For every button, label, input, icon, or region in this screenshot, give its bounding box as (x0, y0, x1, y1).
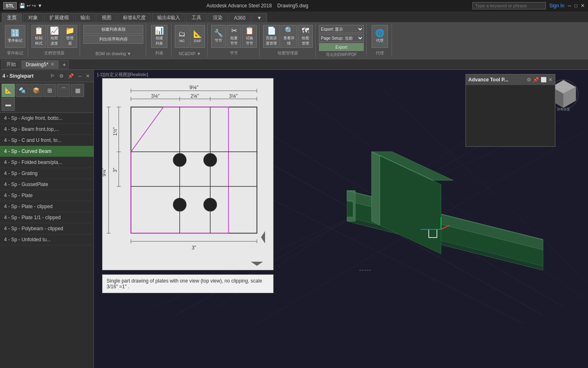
docmgr-group-label: 文档管理器 (44, 50, 65, 56)
page-setup-btn[interactable]: 📄 页面设置管理 (263, 25, 280, 48)
doc-styles-btn[interactable]: 📋 绘制样式 (31, 25, 46, 48)
tab-start[interactable]: 开始 (2, 60, 20, 69)
panel-flag-icon: 🏳 (49, 73, 56, 79)
svg-point-20 (173, 153, 186, 166)
atp-content (466, 85, 555, 146)
list-item-curved-beam[interactable]: 4 - Sp - Curved Beam (0, 146, 94, 157)
window-minimize[interactable]: ─ (568, 3, 571, 9)
doc-progress-icon: 📈 (50, 27, 59, 34)
list-item-beam[interactable]: 4 - Sp - Beam front,top,... (0, 124, 94, 135)
ribbon: 主页 对象 扩展建模 输出 视图 标签&尺度 输出&输入 工具 渲染 A360 … (0, 11, 588, 59)
create-list-btn[interactable]: 创建列表表段 (83, 25, 143, 34)
export-btn[interactable]: Export (319, 43, 364, 51)
maint-btn2[interactable]: ✂ 批量节节 (227, 25, 241, 48)
tab-tools[interactable]: 工具 (186, 13, 207, 22)
list-item-polybeam[interactable]: 4 - Sp - Polybeam - clipped (0, 223, 94, 234)
svg-text:3": 3" (192, 245, 196, 251)
doc-styles-label: 绘制样式 (35, 36, 42, 46)
createlist-label: 创建列表 (156, 36, 163, 46)
tab-drawing5[interactable]: Drawing5* ✕ (21, 60, 59, 69)
svg-text:9¼": 9¼" (102, 168, 107, 177)
tab-labels[interactable]: 标签&尺度 (118, 13, 151, 22)
search-input[interactable] (472, 2, 546, 9)
doc-progress-btn[interactable]: 📈 绘图进度 (47, 25, 62, 48)
parts-icon: 🔢 (11, 29, 20, 37)
panel-minimize-icon[interactable]: ─ (77, 73, 83, 79)
doc-mgr-label: 管理器 (66, 36, 74, 46)
preview-desc-text: Single part drawing of plates with one v… (107, 278, 262, 289)
window-close[interactable]: ✕ (581, 3, 585, 9)
sort-list-btn[interactable]: 列出排序和内容 (83, 35, 143, 44)
export-group-label: 导出到DWF/PDF (326, 52, 357, 58)
icon-assembly[interactable]: 🔩 (16, 84, 29, 97)
list-item-gusset[interactable]: 4 - Sp - GussetPlate (0, 179, 94, 190)
panel-close-icon[interactable]: ✕ (85, 73, 91, 79)
list-item-plate-11[interactable]: 4 - Sp - Plate 1/1 - clipped (0, 212, 94, 223)
list-item-plate-clipped[interactable]: 4 - Sp - Plate - clipped (0, 201, 94, 212)
atp-gear-icon[interactable]: ⚙ (527, 77, 531, 83)
create-list-large-btn[interactable]: 📊 创建列表 (151, 25, 167, 48)
icon-singlepart[interactable]: 📐 (2, 84, 15, 97)
icon-grating[interactable]: ▦ (71, 84, 84, 97)
svg-point-21 (204, 153, 217, 166)
list-item-unfolded[interactable]: 4 - Sp - Unfolded tu... (0, 234, 94, 245)
quick-access-toolbar: 💾 ↩ ↪ ▼ (19, 3, 42, 9)
tab-extend[interactable]: 扩展建模 (44, 13, 74, 22)
ribbon-tabs: 主页 对象 扩展建模 输出 视图 标签&尺度 输出&输入 工具 渲染 A360 … (0, 11, 588, 22)
icon-plate[interactable]: ▬ (2, 98, 15, 111)
tab-view[interactable]: 视图 (96, 13, 117, 22)
main-wrapper: 4 - Singlepart 🏳 ⚙ 📌 ─ ✕ 📐 🔩 📦 ⊞ ⌒ ▦ ▬ 4… (0, 70, 588, 368)
icon-multi[interactable]: 📦 (29, 84, 42, 97)
doc-mgr-btn[interactable]: 📁 管理器 (62, 25, 77, 48)
maint-icon3: 📋 (245, 27, 254, 34)
tab-home[interactable]: 主页 (2, 13, 22, 22)
tab-output[interactable]: 输出 (75, 13, 96, 22)
atp-pin-icon[interactable]: 📌 (533, 77, 539, 83)
svg-text:3": 3" (112, 168, 118, 173)
parts-group-label: 零件标记 (7, 50, 23, 56)
panel-pin-icon[interactable]: 📌 (67, 73, 75, 79)
export-display-select[interactable]: Export: 显示 (319, 25, 364, 33)
icon-grid[interactable]: ⊞ (43, 84, 56, 97)
window-maximize[interactable]: □ (575, 3, 577, 9)
panel-gear-icon[interactable]: ⚙ (58, 73, 65, 79)
atp-close-icon[interactable]: ✕ (548, 77, 552, 83)
tab-io[interactable]: 输出&输入 (152, 13, 185, 22)
parts-mark-btn[interactable]: 🔢 零件标记 (5, 25, 25, 48)
atp-controls: ⚙ 📌 ⬜ ✕ (527, 77, 552, 83)
proxy-btn[interactable]: 🌐 代理 (372, 25, 388, 48)
tab-close-icon[interactable]: ✕ (51, 62, 54, 67)
view-detail-btn[interactable]: 🔍 查看详情 (281, 25, 297, 48)
maint-btn3[interactable]: 📋 试验节节 (242, 25, 257, 48)
ribbon-row: 🔢 零件标记 (5, 25, 25, 48)
maint-btn1[interactable]: 🔧 节节 (211, 25, 226, 48)
atp-float-icon[interactable]: ⬜ (541, 77, 547, 83)
list-item-angle[interactable]: 4 - Sp - Angle front, botto... (0, 113, 94, 124)
svg-text:3⅛": 3⅛" (229, 93, 238, 99)
tab-object[interactable]: 对象 (23, 13, 43, 22)
list-item-plate[interactable]: 4 - Sp - Plate (0, 190, 94, 201)
createlist-icon: 📊 (155, 27, 164, 34)
dxf-btn[interactable]: 📐 DXF (190, 25, 205, 48)
list-item-grating[interactable]: 4 - Sp - Grating (0, 168, 94, 179)
tab-a360[interactable]: A360 (229, 13, 251, 22)
maint-label1: 节节 (215, 38, 222, 43)
titlebar-center: Autodesk Advance Steel 2018 Drawing5.dwg (42, 3, 472, 9)
left-panel-icons: 📐 🔩 📦 ⊞ ⌒ ▦ ▬ (0, 82, 94, 113)
proxy-label: 代理 (376, 38, 383, 43)
tab-render[interactable]: 渲染 (207, 13, 228, 22)
tab-start-label: 开始 (6, 61, 16, 68)
list-item-cu[interactable]: 4 - Sp - C and U front, to... (0, 135, 94, 146)
maint-icon2: ✂ (231, 27, 237, 34)
nc-icon: 🗂 (178, 30, 186, 38)
list-item-folded[interactable]: 4 - Sp - Folded beam/pla... (0, 157, 94, 168)
page-setup-select[interactable]: Page Setup: 当前 (319, 34, 364, 42)
ribbon-row-docmgr: 📋 绘制样式 📈 绘图进度 📁 管理器 (31, 25, 77, 48)
draw-mgr-btn2[interactable]: 🗺 绘图管理 (298, 25, 313, 48)
sign-in-link[interactable]: Sign In (549, 3, 564, 9)
icon-curved-beam[interactable]: ⌒ (57, 84, 70, 97)
tab-add-btn[interactable]: + (60, 60, 69, 69)
tab-drawing5-label: Drawing5* (26, 62, 48, 67)
nc-btn[interactable]: 🗂 NC (175, 25, 189, 48)
tab-more[interactable]: ▼ (252, 13, 267, 22)
